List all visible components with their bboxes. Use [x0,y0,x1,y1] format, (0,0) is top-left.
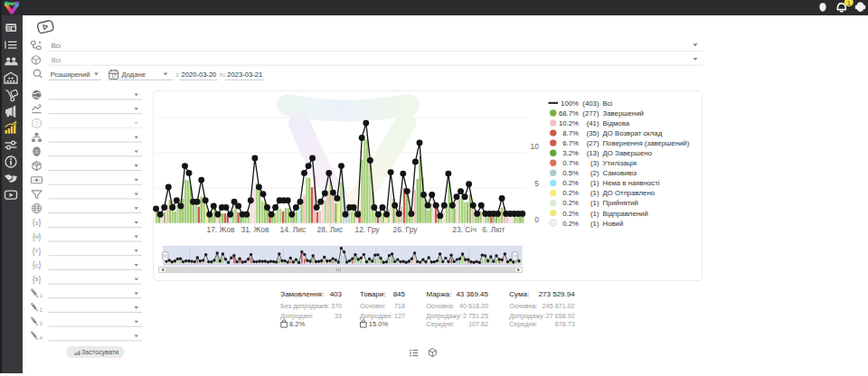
svg-text:Сума:: Сума: [509,290,529,298]
svg-text:273 529.94: 273 529.94 [539,290,576,298]
svg-text:403: 403 [330,290,343,298]
svg-text:27 658.92: 27 658.92 [546,312,575,320]
svg-text:Допродажу:: Допродажу: [427,312,462,320]
svg-text:Товари:: Товари: [360,290,385,298]
svg-text:127: 127 [394,312,405,320]
svg-text:43 369.45: 43 369.45 [456,290,488,298]
svg-text:678.73: 678.73 [555,320,575,328]
svg-text:Маржа:: Маржа: [427,290,452,298]
svg-text:15.0%: 15.0% [369,320,389,328]
svg-text:107.62: 107.62 [468,320,488,328]
svg-text:33: 33 [335,312,342,320]
svg-text:Без допродажів:: Без допродажів: [280,302,329,310]
svg-text:245 871.02: 245 871.02 [542,302,575,310]
svg-text:Основна:: Основна: [509,302,537,310]
svg-text:2 751.25: 2 751.25 [463,312,488,320]
svg-text:Середня:: Середня: [427,320,455,328]
svg-text:Основні:: Основні: [360,302,386,310]
svg-text:370: 370 [331,302,342,310]
svg-text:718: 718 [394,302,405,310]
svg-text:Допродажу:: Допродажу: [509,312,544,320]
svg-text:Допродані:: Допродані: [280,312,313,320]
svg-text:Замовлення:: Замовлення: [280,290,324,298]
svg-text:845: 845 [393,290,406,298]
svg-text:40 618.20: 40 618.20 [459,302,488,310]
svg-text:8.2%: 8.2% [289,320,306,328]
svg-text:Середня:: Середня: [509,320,537,328]
svg-text:Основна:: Основна: [427,302,455,310]
svg-text:Допродані:: Допродані: [360,312,392,320]
